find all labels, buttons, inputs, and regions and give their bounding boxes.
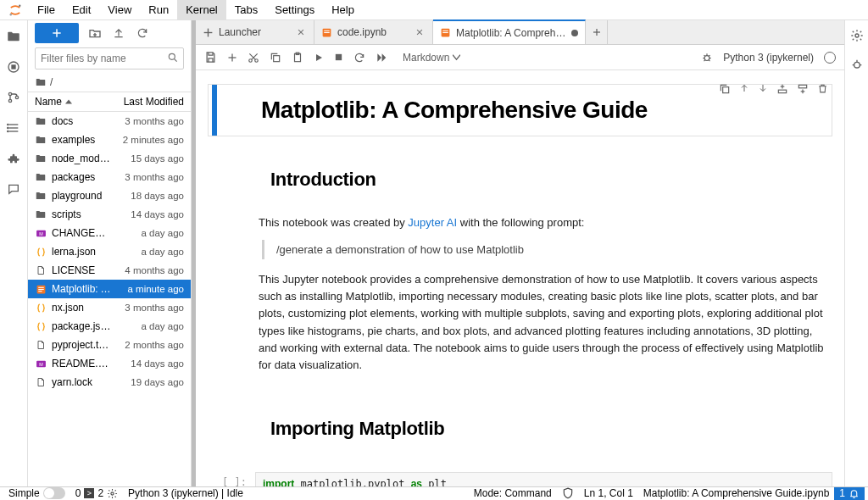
move-down-icon[interactable] bbox=[758, 83, 768, 95]
file-table-header[interactable]: Name Last Modified bbox=[28, 92, 191, 112]
tab[interactable]: Matplotlib: A Comprehensi bbox=[433, 19, 586, 44]
new-folder-icon[interactable] bbox=[87, 26, 103, 40]
menu-run[interactable]: Run bbox=[140, 0, 177, 19]
menu-tabs[interactable]: Tabs bbox=[226, 0, 266, 19]
notifications-button[interactable]: 1 bbox=[834, 487, 865, 500]
file-row[interactable]: MCHANGELO…a day ago bbox=[28, 224, 191, 242]
breadcrumb[interactable]: / bbox=[28, 73, 191, 92]
celltype-select[interactable]: Markdown bbox=[398, 50, 465, 65]
filter-input[interactable] bbox=[35, 47, 184, 69]
file-row[interactable]: packages3 months ago bbox=[28, 168, 191, 186]
save-icon[interactable] bbox=[204, 51, 217, 64]
add-cell-icon[interactable] bbox=[227, 53, 237, 63]
file-name: node_modul… bbox=[52, 153, 111, 164]
menu-settings[interactable]: Settings bbox=[266, 0, 323, 19]
markdown-cell[interactable]: Importing Matplotlib bbox=[208, 391, 832, 467]
file-row[interactable]: node_modul…15 days ago bbox=[28, 149, 191, 168]
property-inspector-icon[interactable] bbox=[850, 29, 864, 42]
menu-help[interactable]: Help bbox=[323, 0, 363, 19]
search-icon bbox=[167, 52, 179, 64]
file-row[interactable]: package.jsona day ago bbox=[28, 317, 191, 336]
add-tab-button[interactable] bbox=[586, 20, 608, 44]
file-row[interactable]: LICENSE4 months ago bbox=[28, 261, 191, 280]
file-row[interactable]: docs3 months ago bbox=[28, 112, 191, 131]
jupyter-logo-icon bbox=[7, 2, 24, 19]
notebook-scroll[interactable]: Matplotlib: A Comprehensive Guide Introd… bbox=[196, 70, 844, 486]
trusted-icon[interactable] bbox=[557, 487, 579, 499]
duplicate-icon[interactable] bbox=[719, 83, 731, 95]
close-icon[interactable] bbox=[297, 28, 307, 36]
debug-icon[interactable] bbox=[850, 58, 864, 71]
file-row[interactable]: playground18 days ago bbox=[28, 186, 191, 205]
status-counts[interactable]: 0 > 2 bbox=[70, 487, 123, 499]
cut-icon[interactable] bbox=[248, 52, 259, 64]
extensions-icon[interactable] bbox=[6, 151, 21, 166]
run-all-icon[interactable] bbox=[376, 52, 387, 64]
status-lncol[interactable]: Ln 1, Col 1 bbox=[579, 487, 638, 499]
celltype-label: Markdown bbox=[403, 52, 449, 64]
col-name[interactable]: Name bbox=[35, 96, 62, 108]
file-row[interactable]: Matplotlib: A…a minute ago bbox=[28, 280, 191, 298]
git-icon[interactable] bbox=[6, 90, 21, 105]
tab[interactable]: Launcher bbox=[196, 20, 314, 44]
menu-kernel[interactable]: Kernel bbox=[177, 0, 226, 19]
upload-icon[interactable] bbox=[111, 27, 126, 39]
restart-icon[interactable] bbox=[353, 52, 365, 64]
simple-toggle[interactable]: Simple bbox=[3, 487, 70, 499]
refresh-icon[interactable] bbox=[135, 27, 150, 39]
jupyter-ai-link[interactable]: Jupyter AI bbox=[408, 216, 457, 229]
file-modified: a day ago bbox=[111, 321, 191, 331]
file-row[interactable]: scripts14 days ago bbox=[28, 205, 191, 224]
file-name: lerna.json bbox=[52, 246, 111, 258]
file-modified: 2 minutes ago bbox=[111, 135, 191, 145]
run-icon[interactable] bbox=[314, 53, 324, 63]
move-up-icon[interactable] bbox=[739, 83, 749, 95]
file-modified: a minute ago bbox=[111, 284, 191, 294]
svg-rect-38 bbox=[442, 32, 448, 33]
toc-icon[interactable] bbox=[6, 120, 21, 136]
insert-below-icon[interactable] bbox=[797, 83, 809, 95]
status-filename[interactable]: Matplotlib: A Comprehensive Guide.ipynb bbox=[638, 487, 834, 499]
markdown-cell[interactable]: Introduction This notebook was created b… bbox=[208, 142, 832, 386]
insert-above-icon[interactable] bbox=[776, 83, 788, 95]
file-row[interactable]: examples2 minutes ago bbox=[28, 131, 191, 149]
chat-icon[interactable] bbox=[6, 181, 21, 197]
col-modified[interactable]: Last Modified bbox=[111, 96, 191, 108]
markdown-cell[interactable]: Matplotlib: A Comprehensive Guide bbox=[208, 84, 832, 136]
code-editor[interactable]: import matplotlib.pyplot as plt import n… bbox=[255, 472, 832, 486]
heading-import: Importing Matplotlib bbox=[259, 409, 829, 457]
file-row[interactable]: pyproject.toml2 months ago bbox=[28, 336, 191, 354]
close-icon[interactable] bbox=[415, 28, 426, 36]
file-row[interactable]: MREADME.md14 days ago bbox=[28, 354, 191, 373]
folder-icon[interactable] bbox=[6, 29, 21, 44]
file-row[interactable]: yarn.lock19 days ago bbox=[28, 373, 191, 392]
new-launcher-button[interactable] bbox=[35, 23, 79, 43]
menu-file[interactable]: File bbox=[29, 0, 64, 19]
file-row[interactable]: nx.json3 months ago bbox=[28, 298, 191, 317]
menu-view[interactable]: View bbox=[99, 0, 140, 19]
notebook-toolbar: Markdown Python 3 (ipykernel) bbox=[196, 45, 844, 70]
breadcrumb-root[interactable]: / bbox=[50, 76, 53, 88]
svg-rect-59 bbox=[723, 87, 729, 93]
status-mode[interactable]: Mode: Command bbox=[469, 487, 557, 499]
copy-icon[interactable] bbox=[270, 52, 281, 64]
terminal-icon: > bbox=[84, 488, 94, 498]
file-row[interactable]: lerna.jsona day ago bbox=[28, 242, 191, 261]
code-cell[interactable]: [ ]: import matplotlib.pyplot as plt imp… bbox=[208, 472, 832, 486]
svg-point-4 bbox=[8, 92, 11, 95]
md-icon: M bbox=[35, 358, 47, 369]
delete-icon[interactable] bbox=[817, 83, 828, 95]
folder-icon bbox=[35, 115, 47, 127]
cell-collapse-bar[interactable] bbox=[212, 85, 217, 136]
kernel-status-icon[interactable] bbox=[824, 52, 836, 64]
paste-icon[interactable] bbox=[292, 52, 303, 64]
kernel-name[interactable]: Python 3 (ipykernel) bbox=[723, 52, 814, 64]
stop-icon[interactable] bbox=[334, 53, 343, 62]
status-bar: Simple 0 > 2 Python 3 (ipykernel) | Idle… bbox=[0, 486, 868, 500]
file-icon bbox=[35, 376, 47, 388]
bug-icon[interactable] bbox=[701, 52, 713, 64]
status-kernel[interactable]: Python 3 (ipykernel) | Idle bbox=[123, 487, 248, 499]
tab[interactable]: code.ipynb bbox=[314, 20, 433, 44]
menu-edit[interactable]: Edit bbox=[64, 0, 99, 19]
running-icon[interactable] bbox=[6, 59, 21, 75]
